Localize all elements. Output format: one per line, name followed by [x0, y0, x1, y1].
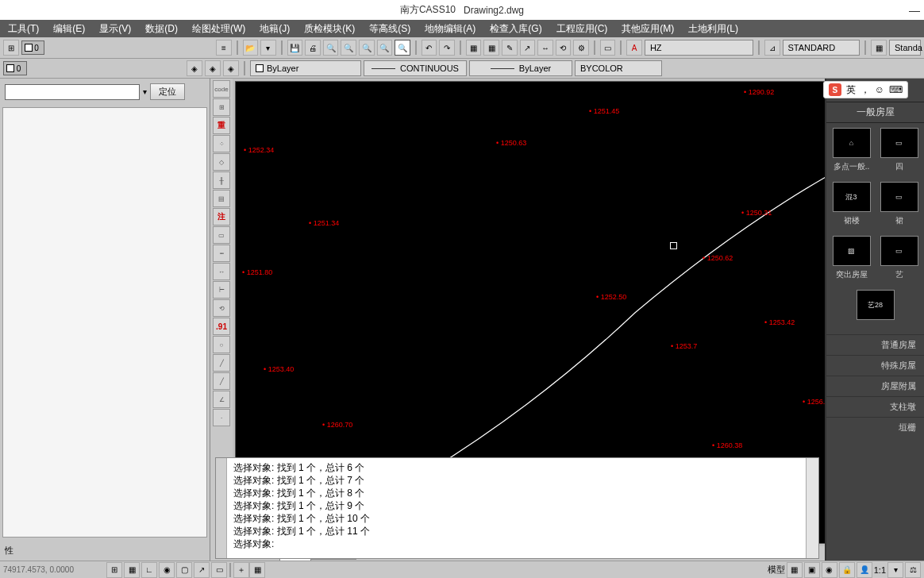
redo-icon[interactable]: ↷ [439, 40, 455, 56]
cmd-grip[interactable] [216, 458, 227, 558]
track-icon[interactable]: ↗ [194, 562, 210, 578]
menu-item[interactable]: 地物编辑(A) [425, 22, 475, 36]
menu-item[interactable]: 质检模块(K) [304, 22, 355, 36]
text-icon[interactable]: A [626, 40, 642, 56]
palette-item[interactable]: 艺28 [857, 290, 895, 323]
grid-tool[interactable]: ⊞ [213, 98, 230, 116]
textstyle-dropdown[interactable]: HZ [645, 40, 753, 56]
num-tool[interactable]: .91 [213, 318, 230, 335]
refresh-icon[interactable]: ⟲ [556, 40, 572, 56]
palette-item[interactable]: ▭四 [880, 128, 918, 172]
sb-max-icon[interactable]: ▣ [804, 562, 820, 578]
find-icon[interactable]: 🔍 [323, 40, 339, 56]
ortho-icon[interactable]: ∟ [141, 562, 157, 578]
locate-input[interactable] [5, 84, 140, 100]
toggle-icon[interactable]: ⊞ [3, 40, 19, 56]
ime-face-icon[interactable]: ☺ [875, 84, 884, 95]
palette-category[interactable]: 普通房屋 [826, 334, 924, 355]
circle-tool[interactable]: ○ [213, 336, 230, 353]
save-icon[interactable]: 💾 [287, 40, 303, 56]
table2-icon[interactable]: ▦ [871, 40, 887, 56]
move-tool[interactable]: ↔ [213, 263, 230, 280]
palette-category[interactable]: 特殊房屋 [826, 355, 924, 376]
code-tool[interactable]: code [213, 80, 230, 98]
layer-tool1-icon[interactable]: ◈ [187, 60, 202, 76]
rot-tool[interactable]: ⟲ [213, 299, 230, 317]
dash-tool[interactable]: ┅ [213, 245, 230, 262]
sb-layout-icon[interactable]: ▦ [787, 562, 803, 578]
bylayer-dropdown[interactable]: ByLayer [250, 60, 361, 76]
rect-tool[interactable]: ▭ [213, 226, 230, 244]
menu-item[interactable]: 等高线(S) [369, 22, 410, 36]
dim-icon[interactable]: ⊿ [764, 40, 780, 56]
palette-item[interactable]: 混3裙楼 [833, 182, 871, 226]
dim-tool[interactable]: ⊢ [213, 281, 230, 299]
zoom-in-icon[interactable]: 🔍 [359, 40, 375, 56]
tablestyle-dropdown[interactable]: Standa [889, 40, 921, 56]
point-tool[interactable]: · [213, 409, 230, 426]
table-icon[interactable]: ▦ [466, 40, 482, 56]
sb-lock-icon[interactable]: 🔒 [839, 562, 855, 578]
osnap-icon[interactable]: ▢ [176, 562, 192, 578]
snap-icon[interactable]: ⊞ [106, 562, 122, 578]
angle-tool[interactable]: ∠ [213, 391, 230, 408]
left-bottom-tab[interactable]: 性 [0, 540, 210, 561]
palette-item[interactable]: ▭裙 [880, 182, 918, 226]
ime-indicator[interactable]: S 英 ， ☺ ⌨ [823, 81, 908, 98]
line2-tool[interactable]: ╱ [213, 372, 230, 390]
sb-plus-icon[interactable]: ＋ [233, 562, 249, 578]
sb-grid2-icon[interactable]: ▦ [249, 562, 265, 578]
menu-item[interactable]: 数据(D) [145, 22, 178, 36]
locate-button[interactable]: 定位 [150, 83, 185, 100]
zoom-ext-icon[interactable]: 🔍 [377, 40, 393, 56]
layer-color-box[interactable]: 0 [21, 40, 44, 55]
ruler-tool[interactable]: ╫ [213, 171, 230, 189]
sb-person-icon[interactable]: 👤 [857, 562, 872, 578]
line-tool[interactable]: ╱ [213, 354, 230, 372]
polar-icon[interactable]: ◉ [159, 562, 175, 578]
grid-sb-icon[interactable]: ▦ [124, 562, 140, 578]
tool-icon[interactable]: ⚙ [573, 40, 589, 56]
undo-icon[interactable]: ↶ [422, 40, 437, 56]
arrow2-icon[interactable]: ↔ [537, 40, 553, 56]
ime-kbd-icon[interactable]: ⌨ [889, 84, 903, 95]
window-min-icon[interactable]: — [909, 4, 920, 17]
plotstyle-dropdown[interactable]: BYCOLOR [575, 60, 662, 76]
menu-item[interactable]: 工具(T) [8, 22, 39, 36]
layer-tool2-icon[interactable]: ◈ [205, 60, 221, 76]
dots-tool[interactable]: ⁘ [213, 135, 230, 152]
ime-punct-icon[interactable]: ， [860, 83, 870, 97]
lineweight-dropdown[interactable]: ByLayer [469, 60, 572, 76]
sb-scale-down-icon[interactable]: ▾ [887, 562, 903, 578]
scale-tool[interactable]: ▤ [213, 190, 230, 207]
layout-icon[interactable]: ▭ [600, 40, 616, 56]
status-space[interactable]: 模型 [768, 564, 785, 576]
linetype-dropdown[interactable]: CONTINUOUS [364, 60, 467, 76]
poly-tool[interactable]: ◇ [213, 153, 230, 171]
arrow1-icon[interactable]: ↗ [520, 40, 536, 56]
menu-item[interactable]: 显示(V) [99, 22, 131, 36]
print-icon[interactable]: 🖨 [305, 40, 321, 56]
palette-category[interactable]: 垣栅 [826, 417, 924, 437]
zhong-tool[interactable]: 重 [213, 117, 230, 134]
palette-item[interactable]: ⌂多点一般.. [833, 128, 871, 172]
menu-item[interactable]: 其他应用(M) [622, 22, 674, 36]
more-icon[interactable]: ▾ [260, 40, 276, 56]
sb-view-icon[interactable]: ◉ [822, 562, 837, 578]
left-tree[interactable] [2, 107, 207, 538]
layer-tool3-icon[interactable]: ◈ [223, 60, 239, 76]
grid-icon[interactable]: ▦ [483, 40, 499, 56]
menu-item[interactable]: 绘图处理(W) [192, 22, 245, 36]
palette-item[interactable]: ▨突出房屋 [833, 236, 871, 280]
menu-item[interactable]: 地籍(J) [260, 22, 290, 36]
command-window[interactable]: 选择对象: 找到 1 个，总计 6 个选择对象: 找到 1 个，总计 7 个选择… [215, 457, 819, 559]
list-icon[interactable]: ≡ [216, 40, 232, 56]
palette-category[interactable]: 支柱墩 [826, 396, 924, 417]
dyn-icon[interactable]: ▭ [211, 562, 227, 578]
pen-icon[interactable]: ✎ [502, 40, 518, 56]
status-scale[interactable]: 1:1 [874, 565, 886, 575]
zhu-tool[interactable]: 注 [213, 208, 230, 225]
menu-item[interactable]: 工程应用(C) [556, 22, 608, 36]
open-icon[interactable]: 📂 [243, 40, 259, 56]
color-dropdown[interactable]: 0 [3, 61, 27, 75]
